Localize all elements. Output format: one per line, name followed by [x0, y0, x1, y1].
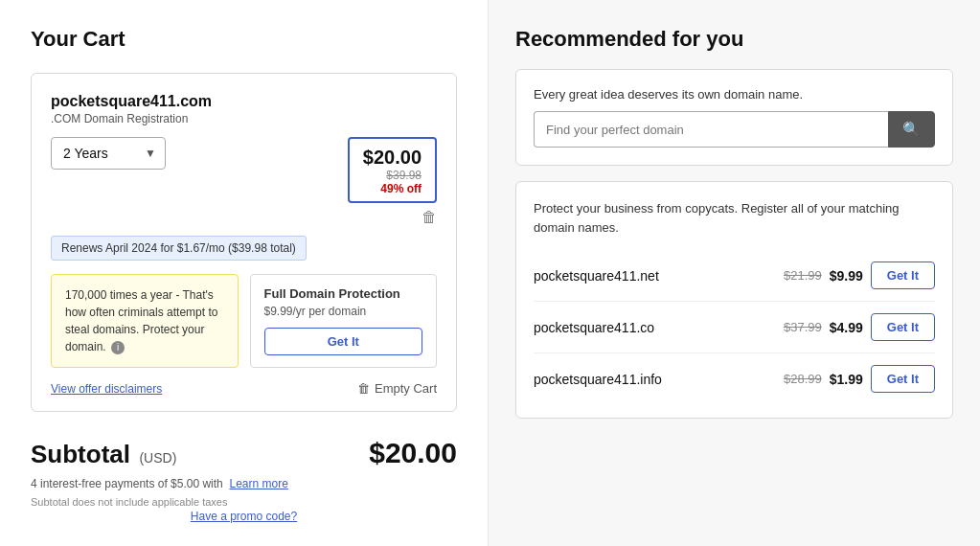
alt-prices-1: $37.99 $4.99 Get It — [784, 313, 935, 341]
years-select-container: 1 Year 2 Years 3 Years 5 Years ▼ — [51, 137, 166, 170]
domain-row: 1 Year 2 Years 3 Years 5 Years ▼ $20.00 … — [51, 137, 437, 226]
search-card-title: Every great idea deserves its own domain… — [534, 87, 935, 102]
subtotal-usd: (USD) — [139, 450, 176, 466]
protect-card: Protect your business from copycats. Reg… — [515, 181, 953, 419]
alt-get-it-button-1[interactable]: Get It — [871, 313, 935, 341]
search-input-row: 🔍 — [534, 111, 935, 148]
empty-cart-label: Empty Cart — [375, 381, 437, 396]
alt-prices-2: $28.99 $1.99 Get It — [784, 365, 935, 393]
info-icon[interactable]: i — [111, 341, 125, 354]
learn-more-link[interactable]: Learn more — [229, 477, 287, 490]
tax-note: Subtotal does not include applicable tax… — [31, 496, 457, 508]
alt-price-new-1: $4.99 — [830, 320, 863, 335]
years-select-wrap[interactable]: 1 Year 2 Years 3 Years 5 Years ▼ — [51, 137, 166, 170]
alt-prices-0: $21.99 $9.99 Get It — [784, 262, 935, 289]
price-main: $20.00 — [363, 147, 422, 169]
years-select[interactable]: 1 Year 2 Years 3 Years 5 Years — [51, 137, 166, 170]
protect-card-title: Protect your business from copycats. Reg… — [534, 199, 935, 237]
alt-price-old-0: $21.99 — [784, 268, 822, 283]
alt-price-new-0: $9.99 — [830, 268, 863, 284]
alt-get-it-button-0[interactable]: Get It — [871, 262, 935, 289]
price-old: $39.98 — [363, 169, 422, 182]
domain-name: pocketsquare411.com — [51, 93, 437, 110]
cart-footer-row: View offer disclaimers 🗑 Empty Cart — [51, 381, 437, 396]
subtotal-label-wrap: Subtotal (USD) — [31, 440, 176, 469]
price-box-wrap: $20.00 $39.98 49% off 🗑 — [348, 137, 437, 226]
subtotal-row: Subtotal (USD) $20.00 — [31, 437, 457, 469]
subtotal-amount: $20.00 — [369, 437, 457, 469]
subtotal-section: Subtotal (USD) $20.00 4 interest-free pa… — [31, 437, 457, 523]
alt-domain-name-1: pocketsquare411.co — [534, 320, 654, 335]
upsell-row: 170,000 times a year - That's how often … — [51, 274, 437, 368]
upsell-warning: 170,000 times a year - That's how often … — [51, 274, 239, 368]
trash-icon[interactable]: 🗑 — [348, 209, 437, 226]
domain-search-button[interactable]: 🔍 — [888, 111, 935, 148]
installment-text: 4 interest-free payments of $5.00 with L… — [31, 477, 457, 490]
protection-title: Full Domain Protection — [264, 286, 423, 301]
protection-price: $9.99/yr per domain — [264, 305, 423, 318]
view-disclaimers-link[interactable]: View offer disclaimers — [51, 382, 162, 396]
alt-domain-name-0: pocketsquare411.net — [534, 268, 659, 284]
alt-price-old-1: $37.99 — [784, 320, 822, 334]
domain-label: .COM Domain Registration — [51, 112, 437, 125]
renew-notice: Renews April 2024 for $1.67/mo ($39.98 t… — [51, 236, 307, 261]
price-off: 49% off — [363, 182, 422, 195]
alt-price-old-2: $28.99 — [784, 372, 822, 386]
search-icon: 🔍 — [902, 121, 921, 138]
price-box: $20.00 $39.98 49% off — [348, 137, 437, 203]
cart-title: Your Cart — [31, 27, 457, 52]
alt-domain-row-2: pocketsquare411.info $28.99 $1.99 Get It — [534, 353, 935, 404]
alt-domain-row-1: pocketsquare411.co $37.99 $4.99 Get It — [534, 302, 935, 353]
left-panel: Your Cart pocketsquare411.com .COM Domai… — [0, 0, 489, 546]
alt-get-it-button-2[interactable]: Get It — [871, 365, 935, 393]
subtotal-label: Subtotal — [31, 440, 130, 468]
promo-code-link[interactable]: Have a promo code? — [31, 510, 457, 523]
alt-domain-name-2: pocketsquare411.info — [534, 372, 662, 387]
right-panel: Recommended for you Every great idea des… — [489, 0, 980, 546]
upsell-protection: Full Domain Protection $9.99/yr per doma… — [250, 274, 438, 368]
domain-search-card: Every great idea deserves its own domain… — [515, 69, 953, 166]
domain-search-input[interactable] — [534, 111, 888, 148]
trash-small-icon: 🗑 — [357, 381, 370, 396]
empty-cart-button[interactable]: 🗑 Empty Cart — [357, 381, 437, 396]
alt-domain-row-0: pocketsquare411.net $21.99 $9.99 Get It — [534, 250, 935, 302]
upsell-warning-text: 170,000 times a year - That's how often … — [65, 288, 217, 353]
alt-price-new-2: $1.99 — [830, 372, 863, 387]
cart-card: pocketsquare411.com .COM Domain Registra… — [31, 73, 457, 412]
installment-label: 4 interest-free payments of $5.00 with — [31, 477, 223, 490]
protection-get-it-button[interactable]: Get It — [264, 328, 423, 355]
recommended-title: Recommended for you — [515, 27, 953, 52]
